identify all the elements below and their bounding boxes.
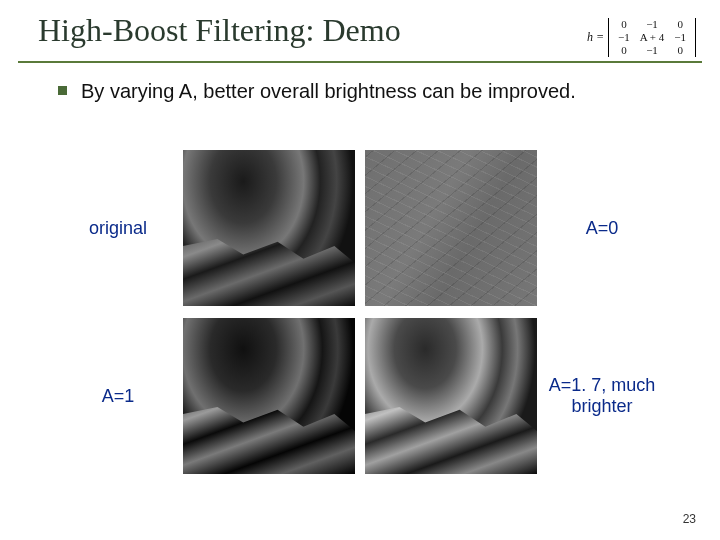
bullet-item: By varying A, better overall brightness … bbox=[58, 79, 582, 104]
label-a0: A=0 bbox=[547, 218, 657, 239]
kernel-cell: −1 bbox=[635, 18, 670, 31]
bullet-text: By varying A, better overall brightness … bbox=[81, 79, 576, 104]
kernel-cell: 0 bbox=[669, 44, 691, 57]
label-a17: A=1. 7, much brighter bbox=[547, 375, 657, 417]
demo-row-1: original A=0 bbox=[0, 150, 720, 306]
image-a1 bbox=[183, 318, 355, 474]
demo-grid: original A=0 A=1 A=1. 7, much brighter bbox=[0, 150, 720, 486]
demo-row-2: A=1 A=1. 7, much brighter bbox=[0, 318, 720, 474]
kernel-cell: −1 bbox=[635, 44, 670, 57]
kernel-cell: −1 bbox=[613, 31, 635, 44]
slide-title: High-Boost Filtering: Demo bbox=[38, 12, 401, 49]
bullet-icon bbox=[58, 86, 67, 95]
label-a1: A=1 bbox=[63, 386, 173, 407]
image-a0 bbox=[365, 150, 537, 306]
kernel-cell: A + 4 bbox=[635, 31, 670, 44]
label-original: original bbox=[63, 218, 173, 239]
image-a17 bbox=[365, 318, 537, 474]
slide: High-Boost Filtering: Demo h = 0 −1 0 −1… bbox=[0, 0, 720, 540]
image-original bbox=[183, 150, 355, 306]
kernel-cell: −1 bbox=[669, 31, 691, 44]
kernel-prefix: h = bbox=[587, 30, 604, 45]
kernel-matrix: 0 −1 0 −1 A + 4 −1 0 −1 0 bbox=[608, 18, 696, 57]
kernel-cell: 0 bbox=[613, 18, 635, 31]
kernel-cell: 0 bbox=[613, 44, 635, 57]
title-bar: High-Boost Filtering: Demo h = 0 −1 0 −1… bbox=[18, 8, 702, 63]
kernel-cell: 0 bbox=[669, 18, 691, 31]
kernel-equation: h = 0 −1 0 −1 A + 4 −1 0 −1 bbox=[587, 18, 696, 57]
page-number: 23 bbox=[683, 512, 696, 526]
